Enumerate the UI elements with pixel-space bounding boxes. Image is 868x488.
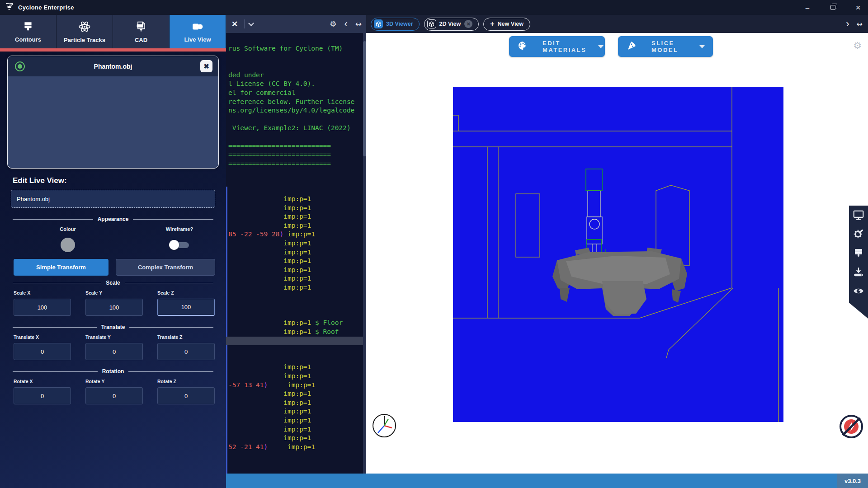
appearance-section-header: Appearance: [13, 216, 213, 222]
object-preview-card: Phantom.obj ✖: [7, 56, 219, 169]
cad-file-icon: CAD: [135, 20, 147, 35]
scale-y-input[interactable]: [85, 299, 143, 316]
video-camera-icon: [191, 21, 204, 34]
tab-label: New View: [498, 21, 524, 27]
maximize-button[interactable]: [826, 2, 839, 13]
chevron-left-icon[interactable]: ‹: [344, 21, 347, 27]
gear-icon[interactable]: ⚙: [330, 19, 336, 28]
tab-2d-view[interactable]: 2D View ✕: [424, 18, 479, 31]
plus-icon: +: [490, 20, 494, 28]
palette-icon: [517, 40, 528, 53]
slice-icon: [626, 40, 637, 53]
paint-roller-icon[interactable]: [853, 247, 864, 259]
tab-cad[interactable]: CAD CAD: [113, 15, 170, 48]
code-editor[interactable]: rus Software for Cyclone (TM)ded underl …: [226, 33, 366, 474]
svg-text:CAD: CAD: [137, 24, 143, 27]
linac-room-wireframe: [453, 87, 783, 422]
translate-y-input[interactable]: [85, 343, 143, 360]
expand-horizontal-icon[interactable]: ↔: [857, 20, 863, 28]
new-view-button[interactable]: + New View: [483, 18, 530, 31]
editor-scrollbar-thumb[interactable]: [363, 41, 366, 156]
display-icon[interactable]: [853, 209, 864, 221]
rotate-y-input[interactable]: [85, 387, 143, 404]
scale-x-input[interactable]: [14, 299, 71, 316]
rotate-x-label: Rotate X: [14, 379, 33, 384]
chevron-down-icon[interactable]: [248, 20, 254, 26]
translate-z-label: Translate Z: [157, 334, 182, 340]
tab-label: Live View: [184, 36, 211, 43]
slice-model-button[interactable]: SLICE MODEL: [618, 36, 713, 57]
translate-section-header: Translate: [13, 324, 213, 330]
edit-live-view-heading: Edit Live View:: [13, 176, 67, 185]
close-tab-icon[interactable]: ✕: [464, 20, 472, 28]
object-name: Phantom.obj: [8, 63, 218, 70]
status-bar: v3.0.3: [226, 474, 868, 488]
editor-toolbar: ✕ ⚙ ‹ ↔: [226, 15, 366, 33]
rotate-z-label: Rotate Z: [157, 379, 176, 384]
chevron-down-icon: [699, 45, 705, 48]
app-title: Cyclone Enterprise: [18, 4, 74, 11]
tab-live-view[interactable]: Live View: [170, 15, 226, 48]
rotate-z-input[interactable]: [157, 387, 215, 404]
rotation-section-header: Rotation: [13, 368, 213, 375]
edit-materials-button[interactable]: EDIT MATERIALS: [509, 36, 605, 57]
tab-label: 3D Viewer: [386, 21, 413, 27]
rotate-y-label: Rotate Y: [85, 379, 104, 384]
maximize-icon: [830, 5, 835, 10]
viewer-tab-bar: 3D Viewer 2D View ✕ + New View › ↔: [366, 15, 868, 33]
close-icon[interactable]: ✖: [200, 60, 212, 72]
cube-icon: [427, 19, 436, 28]
tab-3d-viewer[interactable]: 3D Viewer: [371, 18, 420, 31]
version-badge: v3.0.3: [837, 474, 868, 488]
orientation-gizmo[interactable]: [372, 413, 397, 440]
eye-icon[interactable]: [853, 285, 864, 297]
tab-particle-tracks[interactable]: Particle Tracks: [57, 15, 113, 48]
gantry-head-wireframe: [587, 191, 602, 255]
chevron-right-icon[interactable]: ›: [846, 21, 849, 27]
viewer-settings-gear-icon[interactable]: ⚙: [853, 40, 862, 51]
translate-x-label: Translate X: [14, 334, 39, 340]
translate-y-label: Translate Y: [85, 334, 111, 340]
close-window-button[interactable]: ×: [852, 2, 864, 13]
colour-label: Colour: [60, 226, 75, 232]
close-editor-icon[interactable]: ✕: [231, 19, 238, 29]
download-icon[interactable]: [853, 266, 864, 278]
cube-icon: [374, 19, 383, 28]
viewer-area: ⚙ EDIT MATERIALS SLICE MODEL: [366, 33, 868, 474]
translate-z-input[interactable]: [157, 343, 215, 360]
translate-x-input[interactable]: [14, 343, 71, 360]
scale-z-input[interactable]: [157, 299, 215, 316]
minimize-button[interactable]: –: [801, 2, 814, 13]
brush-icon: [22, 21, 34, 34]
tab-contours[interactable]: Contours: [0, 15, 57, 48]
simple-transform-button[interactable]: Simple Transform: [14, 259, 108, 276]
live-view-panel: Phantom.obj ✖ Edit Live View: Appearance…: [0, 52, 226, 488]
cyclone-logo-icon: [5, 2, 14, 14]
rotate-x-input[interactable]: [14, 387, 71, 404]
tab-label: 2D View: [439, 21, 461, 27]
scale-y-label: Scale Y: [85, 290, 102, 296]
atom-icon: [78, 20, 91, 35]
wireframe-toggle[interactable]: [169, 240, 191, 250]
nav-underline: [0, 48, 226, 52]
object-card-header: Phantom.obj ✖: [8, 56, 218, 76]
render-viewport[interactable]: [453, 87, 783, 422]
panel-resize-handle[interactable]: [226, 187, 227, 474]
chevron-down-icon: [598, 45, 604, 48]
scale-x-label: Scale X: [14, 290, 30, 296]
editor-scrollbar: [363, 33, 366, 474]
button-label: EDIT MATERIALS: [542, 40, 586, 53]
colour-swatch[interactable]: [61, 238, 75, 252]
tab-label: CAD: [135, 37, 147, 43]
phantom-model: [552, 248, 687, 316]
expand-horizontal-icon[interactable]: ↔: [355, 19, 362, 28]
main-nav: Contours Particle Tracks CAD CAD: [0, 15, 226, 48]
title-bar: Cyclone Enterprise – ×: [0, 0, 868, 15]
object-name-input[interactable]: [11, 190, 215, 208]
complex-transform-button[interactable]: Complex Transform: [116, 259, 215, 276]
tab-label: Contours: [15, 36, 41, 43]
tools-icon[interactable]: [853, 228, 864, 240]
live-updates-disabled-button[interactable]: [839, 414, 864, 439]
wireframe-label: Wireframe?: [166, 226, 193, 232]
editor-code: rus Software for Cyclone (TM)ded underl …: [228, 44, 362, 451]
